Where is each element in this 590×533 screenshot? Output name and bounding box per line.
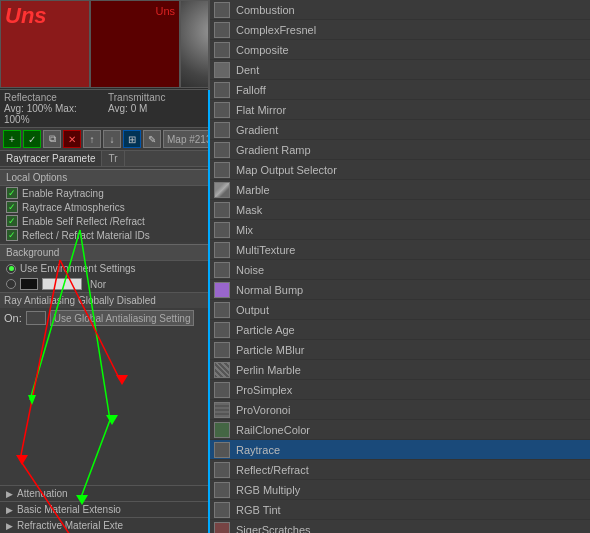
material-icon — [214, 202, 230, 218]
material-item[interactable]: Map Output Selector — [210, 160, 590, 180]
material-name: Marble — [236, 184, 270, 196]
material-icon — [214, 162, 230, 178]
material-item[interactable]: Gradient — [210, 120, 590, 140]
raytrace-atmo-label: Raytrace Atmospherics — [22, 202, 125, 213]
uns-label-2: Uns — [155, 5, 175, 17]
antialias-section: Ray Antialiasing Globally Disabled — [0, 292, 208, 308]
attenuation-label: Attenuation — [17, 488, 68, 499]
raytrace-atmo-checkbox[interactable] — [6, 201, 18, 213]
material-item[interactable]: SigerScratches — [210, 520, 590, 533]
bg-color-swatch[interactable] — [20, 278, 38, 290]
material-list: CombustionComplexFresnelCompositeDentFal… — [210, 0, 590, 533]
material-item[interactable]: Mix — [210, 220, 590, 240]
material-item[interactable]: ComplexFresnel — [210, 20, 590, 40]
material-item[interactable]: RGB Tint — [210, 500, 590, 520]
self-reflect-checkbox[interactable] — [6, 215, 18, 227]
svg-marker-9 — [16, 455, 28, 465]
material-item[interactable]: Noise — [210, 260, 590, 280]
material-item[interactable]: Combustion — [210, 0, 590, 20]
material-icon — [214, 322, 230, 338]
material-name: MultiTexture — [236, 244, 295, 256]
refractive-rollout[interactable]: ▶ Refractive Material Exte — [0, 517, 208, 533]
attenuation-rollout[interactable]: ▶ Attenuation — [0, 485, 208, 501]
material-icon — [214, 82, 230, 98]
material-icon — [214, 102, 230, 118]
aa-checkbox-input[interactable] — [26, 311, 46, 325]
bg-color-swatch-white[interactable] — [42, 278, 82, 290]
material-item[interactable]: Falloff — [210, 80, 590, 100]
color-radio[interactable] — [6, 279, 16, 289]
move-down-button[interactable]: ↓ — [103, 130, 121, 148]
eyedropper-button[interactable]: ✎ — [143, 130, 161, 148]
material-item[interactable]: Perlin Marble — [210, 360, 590, 380]
subtab-row: Raytracer Paramete Tr — [0, 151, 208, 167]
material-item[interactable]: Particle Age — [210, 320, 590, 340]
material-item[interactable]: MultiTexture — [210, 240, 590, 260]
material-item[interactable]: ProSimplex — [210, 380, 590, 400]
left-panel: Reflectance Avg: 100% Max: 100% Transmit… — [0, 90, 210, 533]
material-item[interactable]: RailCloneColor — [210, 420, 590, 440]
material-item[interactable]: Reflect/Refract — [210, 460, 590, 480]
material-item[interactable]: Normal Bump — [210, 280, 590, 300]
material-icon — [214, 522, 230, 534]
material-icon — [214, 222, 230, 238]
material-name: ComplexFresnel — [236, 24, 316, 36]
material-item[interactable]: Output — [210, 300, 590, 320]
basic-material-label: Basic Material Extensio — [17, 504, 121, 515]
uns-label-1: Uns — [5, 5, 47, 27]
material-icon — [214, 302, 230, 318]
svg-marker-7 — [106, 415, 118, 425]
material-name: ProSimplex — [236, 384, 292, 396]
check-button[interactable]: ✓ — [23, 130, 41, 148]
raytracer-params-tab[interactable]: Raytracer Paramete — [0, 151, 102, 166]
map-id-input[interactable]: Map #2138384168 — [163, 130, 210, 148]
use-env-row: Use Environment Settings — [0, 261, 208, 276]
material-item[interactable]: RGB Multiply — [210, 480, 590, 500]
thumbnail-2[interactable]: Uns — [90, 0, 180, 88]
material-item[interactable]: Raytrace — [210, 440, 590, 460]
material-item[interactable]: Marble — [210, 180, 590, 200]
material-name: SigerScratches — [236, 524, 311, 534]
material-name: Dent — [236, 64, 259, 76]
material-item[interactable]: Gradient Ramp — [210, 140, 590, 160]
move-button[interactable]: ↑ — [83, 130, 101, 148]
thumbnail-1[interactable]: Uns — [0, 0, 90, 88]
use-env-radio[interactable] — [6, 264, 16, 274]
material-name: Composite — [236, 44, 289, 56]
material-item[interactable]: ProVoronoi — [210, 400, 590, 420]
material-icon — [214, 402, 230, 418]
material-name: Reflect/Refract — [236, 464, 309, 476]
use-global-aa-btn[interactable]: Use Global Antialiasing Setting — [50, 310, 195, 326]
material-icon — [214, 42, 230, 58]
material-name: Output — [236, 304, 269, 316]
material-name: RGB Multiply — [236, 484, 300, 496]
color-row: Nor — [0, 276, 208, 292]
nor-label: Nor — [90, 279, 106, 290]
add-button[interactable]: + — [3, 130, 21, 148]
refractive-label: Refractive Material Exte — [17, 520, 123, 531]
local-options-title: Local Options — [0, 169, 208, 186]
basic-material-rollout[interactable]: ▶ Basic Material Extensio — [0, 501, 208, 517]
svg-marker-10 — [116, 375, 128, 385]
reflectance-label: Reflectance — [4, 92, 57, 103]
material-name: Mask — [236, 204, 262, 216]
material-item[interactable]: Mask — [210, 200, 590, 220]
material-list-panel[interactable]: CombustionComplexFresnelCompositeDentFal… — [210, 0, 590, 533]
enable-raytracing-checkbox[interactable] — [6, 187, 18, 199]
rollout-section: ▶ Attenuation ▶ Basic Material Extensio … — [0, 485, 208, 533]
material-icon — [214, 242, 230, 258]
grid-button[interactable]: ⊞ — [123, 130, 141, 148]
delete-button[interactable]: ✕ — [63, 130, 81, 148]
material-item[interactable]: Composite — [210, 40, 590, 60]
material-item[interactable]: Particle MBlur — [210, 340, 590, 360]
material-icon — [214, 422, 230, 438]
material-icon — [214, 342, 230, 358]
copy-button[interactable]: ⧉ — [43, 130, 61, 148]
material-icon — [214, 482, 230, 498]
material-icon — [214, 182, 230, 198]
material-icon — [214, 502, 230, 518]
material-item[interactable]: Flat Mirror — [210, 100, 590, 120]
tr-tab[interactable]: Tr — [102, 151, 124, 166]
material-item[interactable]: Dent — [210, 60, 590, 80]
material-ids-checkbox[interactable] — [6, 229, 18, 241]
